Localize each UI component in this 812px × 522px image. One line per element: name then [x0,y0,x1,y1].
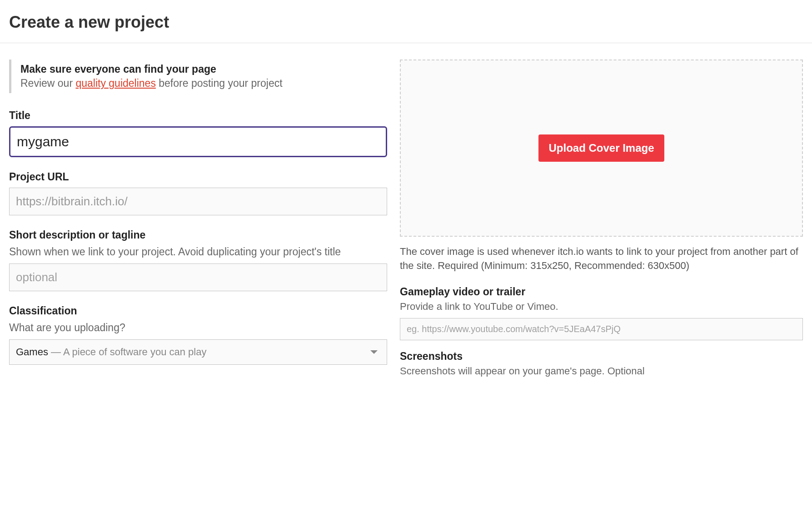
project-url-group: Project URL [9,171,387,215]
page-title: Create a new project [9,13,803,32]
notice-before-link: Review our [20,77,75,89]
classification-select[interactable]: Games — A piece of software you can play [9,339,387,365]
project-url-label: Project URL [9,171,387,183]
video-url-input[interactable] [400,318,803,340]
screenshots-section: Screenshots Screenshots will appear on y… [400,350,803,377]
project-url-input[interactable] [9,188,387,215]
notice-after-link: before posting your project [156,77,283,89]
screenshots-label: Screenshots [400,350,803,363]
aside-column: Upload Cover Image The cover image is us… [400,60,803,383]
quality-guidelines-link[interactable]: quality guidelines [75,77,155,89]
classification-value-wrap: Games — A piece of software you can play [16,346,206,358]
video-label: Gameplay video or trailer [400,286,803,298]
title-input[interactable] [9,126,387,157]
chevron-down-icon [370,350,378,354]
notice-title: Make sure everyone can find your page [20,63,387,75]
short-desc-input[interactable] [9,263,387,291]
screenshots-hint: Screenshots will appear on your game's p… [400,365,803,377]
title-group: Title [9,109,387,157]
upload-cover-button[interactable]: Upload Cover Image [538,134,664,162]
form-column: Make sure everyone can find your page Re… [9,60,387,383]
notice-text: Review our quality guidelines before pos… [20,77,387,89]
video-section: Gameplay video or trailer Provide a link… [400,286,803,340]
classification-hint: What are you uploading? [9,322,387,334]
title-label: Title [9,109,387,122]
short-desc-group: Short description or tagline Shown when … [9,229,387,291]
cover-help-text: The cover image is used whenever itch.io… [400,245,803,273]
content-area: Make sure everyone can find your page Re… [0,43,812,383]
short-desc-label: Short description or tagline [9,229,387,241]
classification-label: Classification [9,305,387,317]
classification-selected: Games [16,346,48,358]
classification-group: Classification What are you uploading? G… [9,305,387,365]
cover-upload-box[interactable]: Upload Cover Image [400,60,803,237]
short-desc-hint: Shown when we link to your project. Avoi… [9,246,387,258]
notice-box: Make sure everyone can find your page Re… [9,60,387,93]
page-header: Create a new project [0,0,812,43]
classification-secondary: — A piece of software you can play [48,346,207,358]
video-hint: Provide a link to YouTube or Vimeo. [400,301,803,313]
